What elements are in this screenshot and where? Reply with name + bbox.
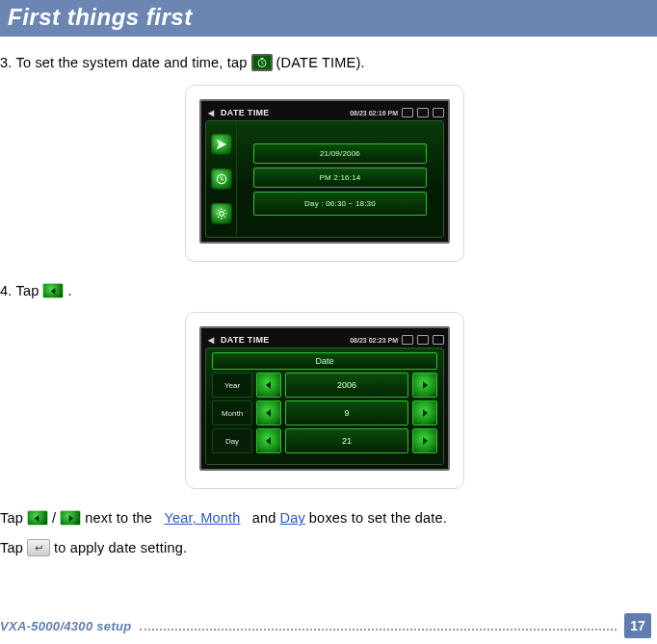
- titlebar-status-icon: [402, 108, 413, 117]
- date-header: Date: [212, 352, 437, 370]
- screen1-main: 21/09/2006 PM 2:16:14 Day : 06:30 ~ 18:3…: [237, 121, 443, 237]
- titlebar: ◂ DATE TIME 08/23 02:23 PM: [205, 332, 444, 348]
- row-label: Year: [212, 373, 252, 398]
- row-label: Day: [212, 428, 252, 453]
- device-screen-1: ◂ DATE TIME 08/23 02:16 PM: [199, 99, 450, 244]
- increment-button[interactable]: [412, 373, 437, 398]
- back-icon: ◂: [205, 106, 217, 119]
- screenshot-frame-2: ◂ DATE TIME 08/23 02:23 PM Date Year 2: [185, 312, 464, 489]
- text: and: [252, 510, 276, 526]
- svg-point-2: [219, 212, 223, 217]
- titlebar-status-icon: [433, 108, 444, 117]
- left-arrow-icon: [27, 510, 48, 526]
- screenshot-frame-1: ◂ DATE TIME 08/23 02:16 PM: [185, 85, 464, 262]
- step3-prefix: 3. To set the system date and time, tap: [0, 55, 248, 70]
- footer-title: VXA-5000/4300 setup: [0, 619, 132, 633]
- decrement-button[interactable]: [256, 373, 281, 398]
- section-banner: First things first: [0, 0, 657, 37]
- decrement-button[interactable]: [256, 400, 281, 425]
- text: Tap: [0, 510, 23, 526]
- decrement-button[interactable]: [256, 428, 281, 453]
- screen2-main: Date Year 2006 Month 9: [206, 348, 443, 464]
- date-display: 21/09/2006: [253, 143, 427, 164]
- row-value: 9: [285, 400, 408, 425]
- page-footer: VXA-5000/4300 setup 17: [0, 613, 657, 638]
- side-tab-icon: [211, 134, 232, 155]
- step-3-text: 3. To set the system date and time, tap …: [0, 54, 649, 71]
- datetime-icon: [251, 54, 273, 71]
- titlebar-time: 08/23 02:16 PM: [350, 110, 398, 116]
- titlebar-time: 08/23 02:23 PM: [350, 337, 398, 344]
- page-number: 17: [624, 613, 651, 638]
- footer-dots: [140, 629, 618, 631]
- section-title: First things first: [8, 4, 193, 31]
- text: Tap: [0, 540, 23, 555]
- side-tab-icon: [211, 168, 232, 190]
- side-tabs: [206, 121, 237, 237]
- increment-button[interactable]: [412, 400, 437, 425]
- year-month-link[interactable]: Year, Month: [164, 510, 240, 526]
- titlebar-status-icon: [417, 108, 429, 117]
- time-display: PM 2:16:14: [253, 167, 427, 188]
- return-icon: [27, 539, 50, 556]
- dayrange-display: Day : 06:30 ~ 18:30: [253, 192, 427, 216]
- day-link[interactable]: Day: [279, 510, 304, 526]
- increment-button[interactable]: [412, 428, 437, 453]
- text: boxes to set the date.: [309, 510, 447, 526]
- left-arrow-icon: [42, 283, 64, 298]
- titlebar-status-icon: [402, 335, 413, 345]
- side-tab-icon: [211, 203, 232, 224]
- year-row: Year 2006: [212, 373, 437, 398]
- titlebar-status-icon: [433, 335, 444, 345]
- text: /: [52, 510, 56, 526]
- step3-suffix: (DATE TIME).: [276, 55, 365, 70]
- right-arrow-icon: [60, 510, 81, 526]
- row-value: 2006: [285, 373, 408, 398]
- text: next to the: [85, 510, 152, 526]
- device-screen-2: ◂ DATE TIME 08/23 02:23 PM Date Year 2: [199, 326, 450, 471]
- titlebar-label: DATE TIME: [221, 335, 270, 345]
- back-icon: ◂: [205, 333, 217, 347]
- text: to apply date setting.: [54, 540, 187, 555]
- titlebar-label: DATE TIME: [221, 108, 270, 117]
- month-row: Month 9: [212, 400, 437, 425]
- step-4-text: 4. Tap .: [0, 283, 649, 298]
- step4-prefix: 4. Tap: [0, 283, 39, 298]
- day-row: Day 21: [212, 428, 437, 453]
- titlebar-status-icon: [417, 335, 429, 345]
- titlebar: ◂ DATE TIME 08/23 02:16 PM: [205, 105, 444, 120]
- arrow-instruction: Tap / next to the Year, Month and Day bo…: [0, 510, 649, 526]
- step4-period: .: [67, 283, 71, 298]
- row-label: Month: [212, 400, 252, 425]
- row-value: 21: [285, 428, 408, 453]
- apply-instruction: Tap to apply date setting.: [0, 539, 649, 556]
